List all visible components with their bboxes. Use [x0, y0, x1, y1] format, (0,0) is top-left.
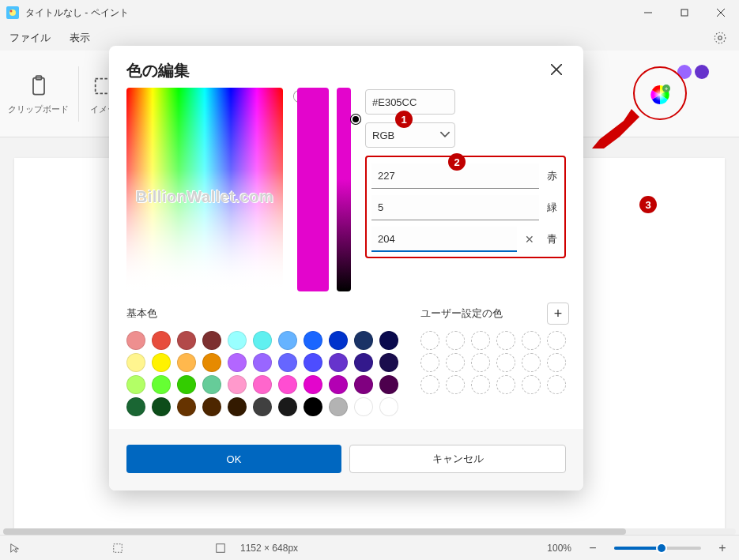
basic-color-swatch[interactable]: [329, 353, 348, 372]
basic-color-swatch[interactable]: [126, 331, 145, 350]
basic-color-swatch[interactable]: [278, 331, 297, 350]
zoom-slider-thumb[interactable]: [656, 543, 667, 554]
basic-color-swatch[interactable]: [202, 397, 221, 416]
svg-point-7: [718, 36, 722, 40]
basic-color-swatch[interactable]: [126, 375, 145, 394]
user-color-slot[interactable]: [522, 375, 541, 394]
clear-input-button[interactable]: ✕: [525, 233, 539, 246]
basic-color-swatch[interactable]: [354, 353, 373, 372]
horizontal-scrollbar[interactable]: [3, 528, 736, 535]
basic-color-swatch[interactable]: [304, 331, 322, 350]
svg-marker-15: [592, 109, 639, 148]
basic-color-swatch[interactable]: [253, 397, 272, 416]
basic-color-swatch[interactable]: [152, 331, 171, 350]
color-field[interactable]: BillionWallet.com: [126, 88, 283, 291]
user-color-slot[interactable]: [471, 353, 490, 372]
basic-color-swatch[interactable]: [177, 375, 196, 394]
lightness-slider-handle[interactable]: [351, 115, 360, 124]
lightness-slider[interactable]: [337, 88, 351, 291]
maximize-button[interactable]: [666, 0, 703, 25]
basic-color-swatch[interactable]: [278, 375, 297, 394]
svg-point-2: [10, 10, 13, 13]
basic-color-swatch[interactable]: [304, 375, 322, 394]
basic-color-swatch[interactable]: [228, 353, 247, 372]
user-color-slot[interactable]: [471, 331, 490, 350]
basic-color-swatch[interactable]: [379, 353, 398, 372]
close-icon: [551, 64, 562, 75]
basic-color-swatch[interactable]: [126, 353, 145, 372]
scrollbar-thumb[interactable]: [3, 528, 626, 535]
user-color-slot[interactable]: [471, 375, 490, 394]
zoom-out-button[interactable]: −: [586, 541, 600, 555]
basic-color-swatch[interactable]: [304, 397, 322, 416]
paste-button[interactable]: [25, 72, 53, 100]
basic-color-swatch[interactable]: [202, 375, 221, 394]
user-color-slot[interactable]: [446, 331, 465, 350]
basic-color-swatch[interactable]: [253, 375, 272, 394]
menu-view[interactable]: 表示: [70, 31, 90, 45]
zoom-text: 100%: [547, 543, 571, 554]
dialog-title: 色の編集: [126, 60, 190, 81]
user-color-slot[interactable]: [420, 353, 439, 372]
basic-color-swatch[interactable]: [354, 397, 373, 416]
basic-color-swatch[interactable]: [354, 331, 373, 350]
blue-input[interactable]: [371, 227, 517, 252]
user-color-slot[interactable]: [420, 375, 439, 394]
basic-color-swatch[interactable]: [152, 375, 171, 394]
close-button[interactable]: [703, 0, 739, 25]
user-color-slot[interactable]: [522, 353, 541, 372]
zoom-slider[interactable]: [614, 547, 701, 550]
user-color-slot[interactable]: [496, 331, 515, 350]
basic-color-swatch[interactable]: [202, 331, 221, 350]
user-color-slot[interactable]: [496, 353, 515, 372]
basic-color-swatch[interactable]: [304, 353, 322, 372]
basic-color-swatch[interactable]: [177, 353, 196, 372]
user-color-slot[interactable]: [547, 331, 566, 350]
rgb-input-group: 赤 緑 ✕ 青: [365, 156, 566, 258]
basic-colors-label: 基本色: [126, 306, 157, 321]
basic-color-swatch[interactable]: [379, 375, 398, 394]
user-color-slot[interactable]: [446, 353, 465, 372]
basic-color-swatch[interactable]: [202, 353, 221, 372]
basic-color-swatch[interactable]: [329, 397, 348, 416]
basic-color-swatch[interactable]: [177, 397, 196, 416]
ok-button[interactable]: OK: [126, 445, 341, 473]
user-color-slot[interactable]: [446, 375, 465, 394]
menu-file[interactable]: ファイル: [9, 31, 51, 45]
basic-color-swatch[interactable]: [329, 331, 348, 350]
basic-color-swatch[interactable]: [253, 331, 272, 350]
user-color-slot[interactable]: [547, 353, 566, 372]
basic-color-swatch[interactable]: [228, 375, 247, 394]
minimize-button[interactable]: [630, 0, 666, 25]
basic-color-swatch[interactable]: [253, 353, 272, 372]
settings-button[interactable]: [711, 28, 730, 47]
basic-color-swatch[interactable]: [177, 331, 196, 350]
user-color-slot[interactable]: [522, 331, 541, 350]
add-user-color-button[interactable]: +: [547, 303, 569, 325]
user-color-slot[interactable]: [420, 331, 439, 350]
hue-slider[interactable]: [297, 88, 329, 291]
green-input[interactable]: [371, 195, 539, 220]
edit-colors-button[interactable]: +: [647, 82, 673, 107]
basic-color-swatch[interactable]: [278, 397, 297, 416]
basic-color-swatch[interactable]: [379, 397, 398, 416]
basic-color-swatch[interactable]: [379, 331, 398, 350]
basic-color-swatch[interactable]: [152, 397, 171, 416]
color-swatch[interactable]: [695, 65, 709, 79]
user-color-slot[interactable]: [547, 375, 566, 394]
basic-color-swatch[interactable]: [126, 397, 145, 416]
hex-input[interactable]: [365, 89, 455, 115]
user-color-slot[interactable]: [496, 375, 515, 394]
basic-color-swatch[interactable]: [329, 375, 348, 394]
basic-color-swatch[interactable]: [354, 375, 373, 394]
zoom-in-button[interactable]: +: [715, 541, 730, 555]
ribbon-color-swatches: [677, 65, 709, 79]
basic-color-swatch[interactable]: [228, 397, 247, 416]
dialog-close-button[interactable]: [547, 60, 566, 79]
cancel-button[interactable]: キャンセル: [349, 445, 566, 473]
basic-color-swatch[interactable]: [152, 353, 171, 372]
annotation-badge-2: 2: [448, 153, 466, 171]
basic-color-swatch[interactable]: [278, 353, 297, 372]
basic-color-swatch[interactable]: [228, 331, 247, 350]
svg-rect-11: [96, 79, 111, 94]
